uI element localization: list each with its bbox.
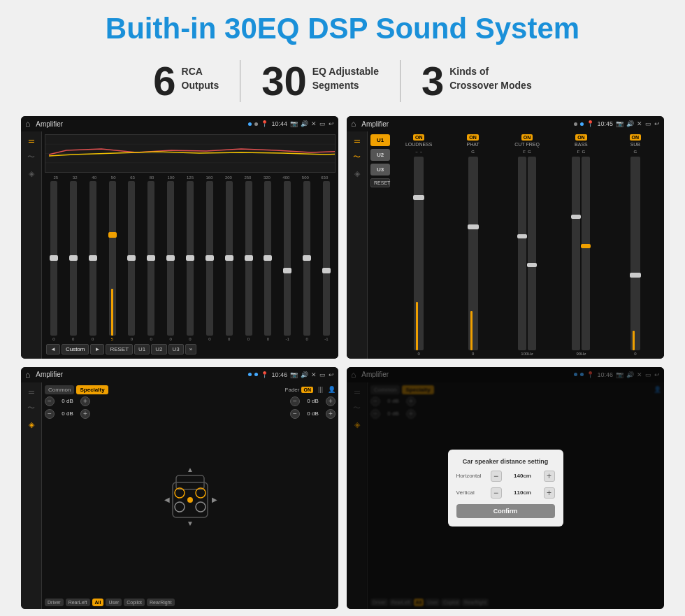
eq-custom-btn[interactable]: Custom — [62, 344, 89, 354]
eq-slider-1[interactable]: 0 — [64, 181, 82, 341]
fader-back-icon[interactable]: ↩ — [329, 371, 334, 378]
svg-text:▼: ▼ — [187, 520, 194, 527]
feature-text-rca: RCA Outputs — [182, 61, 219, 92]
sub-slider[interactable] — [630, 157, 640, 350]
screen-crossover: ⌂ Amplifier 📍 10:45 📷 🔊 ✕ ▭ ↩ ⚌ 〜 ◈ — [347, 116, 664, 358]
eq-slider-0[interactable]: 0 — [45, 181, 63, 341]
bass-slider2[interactable] — [582, 157, 590, 350]
vertical-plus-btn[interactable]: + — [544, 487, 555, 499]
loudness-slider[interactable] — [414, 157, 424, 350]
fader-minus-1[interactable]: − — [45, 396, 55, 406]
fader-home-icon[interactable]: ⌂ — [25, 370, 30, 380]
eq-home-icon[interactable]: ⌂ — [25, 119, 30, 129]
fader-all-btn[interactable]: All — [92, 599, 104, 606]
cutfreq-slider1[interactable] — [518, 157, 526, 350]
fader-user-icon: 👤 — [328, 386, 336, 393]
fader-cam-icon: 📷 — [290, 371, 298, 378]
cutfreq-slider2[interactable] — [528, 157, 536, 350]
fader-plus-1[interactable]: + — [80, 396, 90, 406]
fader-eq-icon[interactable]: ⚌ — [28, 387, 35, 396]
crossover-content: ⚌ 〜 ◈ U1 U2 U3 RESET ON LOU — [347, 131, 664, 358]
eq-slider-6[interactable]: 0 — [161, 181, 180, 341]
crossover-eq-icon[interactable]: ⚌ — [354, 136, 361, 145]
crossover-wave-icon[interactable]: 〜 — [353, 152, 361, 162]
fader-minus-4[interactable]: − — [290, 409, 300, 419]
fader-driver-btn[interactable]: Driver — [45, 599, 64, 606]
fader-plus-2[interactable]: + — [80, 409, 90, 419]
fader-rearleft-btn[interactable]: RearLeft — [66, 599, 90, 606]
sub-on-badge[interactable]: ON — [630, 134, 642, 141]
fader-db-row-2: − 0 dB + — [45, 409, 90, 419]
vertical-minus-btn[interactable]: − — [491, 487, 502, 499]
phat-slider[interactable] — [468, 157, 478, 350]
eq-u3-btn[interactable]: U3 — [168, 344, 184, 354]
cutfreq-on-badge[interactable]: ON — [521, 134, 533, 141]
eq-u1-btn[interactable]: U1 — [134, 344, 150, 354]
fader-minus-3[interactable]: − — [290, 396, 300, 406]
eq-sidebar: ⚌ 〜 ◈ — [21, 131, 42, 358]
eq-graph-svg — [45, 135, 335, 172]
fader-top-tabs: Common Specialty Fader ON ||| 👤 — [45, 385, 336, 394]
eq-slider-11[interactable]: 0 — [259, 181, 277, 341]
bass-slider1[interactable] — [572, 157, 580, 350]
fader-copilot-btn[interactable]: Copilot — [124, 599, 145, 606]
crossover-speaker-icon[interactable]: ◈ — [354, 169, 360, 178]
crossover-u1-btn[interactable]: U1 — [370, 134, 390, 146]
crossover-vol-icon: 🔊 — [626, 120, 634, 127]
crossover-home-icon[interactable]: ⌂ — [351, 119, 356, 129]
eq-slider-4[interactable]: 0 — [122, 181, 140, 341]
svg-text:▶: ▶ — [212, 496, 217, 503]
eq-slider-5[interactable]: 0 — [142, 181, 160, 341]
fader-common-tab[interactable]: Common — [45, 385, 74, 394]
eq-slider-7[interactable]: 0 — [181, 181, 199, 341]
eq-slider-8[interactable]: 0 — [201, 181, 219, 341]
eq-slider-10[interactable]: 0 — [240, 181, 258, 341]
fader-on-badge[interactable]: ON — [301, 387, 313, 393]
svg-point-7 — [175, 502, 185, 512]
fader-minus-2[interactable]: − — [45, 409, 55, 419]
bass-on-badge[interactable]: ON — [575, 134, 587, 141]
fader-rearright-btn[interactable]: RearRight — [147, 599, 175, 606]
eq-slider-3[interactable]: 5 — [103, 181, 122, 341]
sidebar-speaker-icon[interactable]: ◈ — [29, 169, 34, 178]
phat-on-badge[interactable]: ON — [467, 134, 479, 141]
fader-wave-icon[interactable]: 〜 — [27, 403, 35, 413]
loudness-on-badge[interactable]: ON — [413, 134, 425, 141]
crossover-cam-icon: 📷 — [616, 120, 623, 127]
fader-user-btn[interactable]: User — [106, 599, 122, 606]
eq-back-icon[interactable]: ↩ — [329, 120, 334, 127]
crossover-back-icon[interactable]: ↩ — [654, 120, 660, 127]
crossover-reset-btn[interactable]: RESET — [370, 178, 390, 187]
fader-plus-4[interactable]: + — [326, 409, 336, 419]
sidebar-eq-icon[interactable]: ⚌ — [28, 136, 35, 145]
fader-db-val-3: 0 dB — [301, 398, 324, 404]
eq-prev-btn[interactable]: ◄ — [46, 344, 60, 354]
horizontal-plus-btn[interactable]: + — [544, 471, 555, 482]
fader-specialty-tab[interactable]: Specialty — [76, 385, 108, 394]
sidebar-wave-icon[interactable]: 〜 — [27, 152, 35, 162]
eq-reset-btn[interactable]: RESET — [106, 344, 133, 354]
crossover-u2-btn[interactable]: U2 — [370, 149, 390, 161]
eq-expand-btn[interactable]: » — [185, 344, 196, 354]
crossover-u3-btn[interactable]: U3 — [370, 164, 390, 176]
loudness-name: LOUDNESS — [405, 142, 433, 147]
eq-next-btn[interactable]: ► — [90, 344, 104, 354]
fader-speaker-icon[interactable]: ◈ — [29, 420, 34, 429]
confirm-button[interactable]: Confirm — [456, 504, 555, 518]
eq-slider-13[interactable]: 0 — [298, 181, 316, 341]
fader-plus-3[interactable]: + — [326, 396, 336, 406]
eq-content: ⚌ 〜 ◈ — [21, 131, 338, 358]
dialog-title-text: Car speaker distance setting — [456, 458, 555, 465]
fader-db-row-4: − 0 dB + — [290, 409, 336, 419]
crossover-status-bar: ⌂ Amplifier 📍 10:45 📷 🔊 ✕ ▭ ↩ — [347, 116, 664, 131]
eq-slider-2[interactable]: 0 — [84, 181, 102, 341]
fader-title: Amplifier — [36, 371, 245, 378]
svg-point-9 — [187, 497, 193, 503]
eq-slider-12[interactable]: -1 — [278, 181, 296, 341]
screens-grid: ⌂ Amplifier 📍 10:44 📷 🔊 ✕ ▭ ↩ ⚌ 〜 ◈ — [21, 116, 664, 609]
eq-slider-9[interactable]: 0 — [220, 181, 238, 341]
eq-slider-14[interactable]: -1 — [317, 181, 336, 341]
horizontal-minus-btn[interactable]: − — [491, 471, 502, 482]
eq-u2-btn[interactable]: U2 — [151, 344, 166, 354]
car-diagram: ▲ ▼ ◀ ▶ — [93, 396, 287, 596]
